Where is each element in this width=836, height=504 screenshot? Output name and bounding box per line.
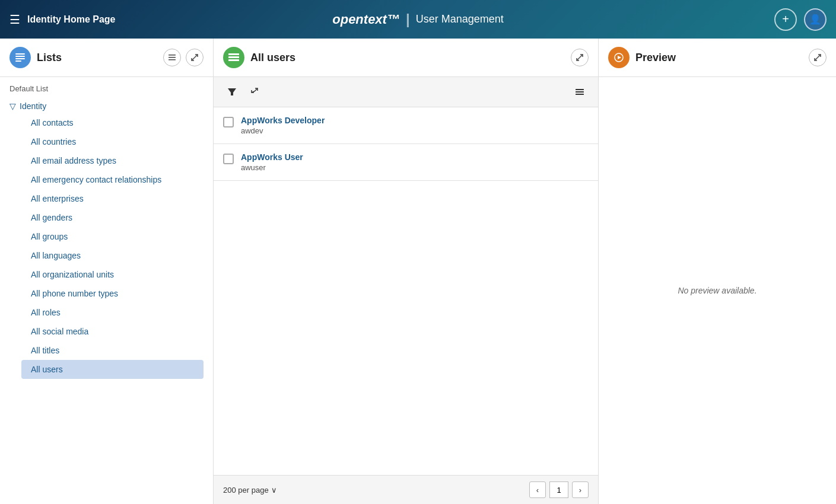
row-checkbox[interactable] [223,117,234,127]
svg-rect-11 [228,59,239,61]
table-row[interactable]: AppWorks Userawuser [214,144,598,181]
all-users-icon [223,47,244,68]
svg-rect-0 [15,53,25,55]
sidebar-nav-item[interactable]: All email address types [21,151,204,170]
per-page-label: 200 per page [223,486,269,495]
sidebar-nav-item[interactable]: All groups [21,227,204,246]
preview-panel: Preview No preview available. [599,39,836,504]
panel-toolbar [214,77,598,107]
header-actions: + 👤 [774,8,827,31]
svg-rect-9 [228,53,239,55]
svg-rect-1 [15,56,25,57]
user-display-name: AppWorks Developer [241,116,325,125]
current-page: 1 [549,481,568,498]
svg-rect-19 [576,94,584,95]
app-header: ☰ Identity Home Page opentext™ | User Ma… [0,0,836,39]
user-profile-button[interactable]: 👤 [804,8,827,31]
middle-panel-header: All users [214,39,598,77]
pagination-controls: ‹ 1 › [529,481,589,498]
identity-toggle[interactable]: ▽ Identity [9,99,204,113]
more-options-button[interactable] [571,83,589,101]
triangle-icon: ▽ [9,101,16,111]
next-page-button[interactable]: › [572,481,589,498]
sidebar-nav-item[interactable]: All social media [21,322,204,341]
svg-rect-3 [15,60,21,62]
brand-name: opentext™ [332,12,400,27]
identity-section: ▽ Identity All contactsAll countriesAll … [0,95,213,382]
svg-rect-2 [15,58,25,59]
middle-panel: All users [214,39,599,504]
hamburger-menu-icon[interactable]: ☰ [9,12,20,27]
svg-marker-14 [228,88,236,95]
export-button[interactable] [246,83,263,101]
preview-content: No preview available. [599,77,836,504]
lists-icon [9,47,31,68]
sidebar-nav-item[interactable]: All emergency contact relationships [21,170,204,189]
sidebar-menu-button[interactable] [163,49,181,66]
svg-rect-6 [169,59,176,60]
svg-rect-18 [576,91,584,92]
main-layout: Lists [0,39,836,504]
preview-expand-button[interactable] [809,49,827,66]
svg-marker-21 [618,56,621,59]
sidebar-nav-item[interactable]: All countries [21,132,204,151]
user-username: awuser [241,163,303,172]
users-list: AppWorks DeveloperawdevAppWorks Userawus… [214,107,598,475]
sidebar-nav-item[interactable]: All enterprises [21,189,204,208]
sidebar-title: Lists [37,52,163,64]
sidebar-nav-item[interactable]: All titles [21,341,204,360]
svg-rect-5 [169,57,176,58]
table-row[interactable]: AppWorks Developerawdev [214,107,598,144]
nav-items-list: All contactsAll countriesAll email addre… [9,113,204,379]
panel-footer: 200 per page ∨ ‹ 1 › [214,475,598,504]
sidebar-nav-item[interactable]: All organizational units [21,265,204,284]
sidebar-content: Default List ▽ Identity All contactsAll … [0,77,213,504]
user-username: awdev [241,126,325,135]
sidebar: Lists [0,39,214,504]
filter-button[interactable] [223,83,241,101]
middle-expand-button[interactable] [571,49,589,66]
per-page-arrow-icon: ∨ [271,486,277,495]
product-name: User Management [416,13,504,25]
prev-page-button[interactable]: ‹ [529,481,546,498]
header-logo: opentext™ | User Management [332,11,503,28]
svg-rect-10 [228,56,239,58]
user-display-name: AppWorks User [241,152,303,162]
svg-rect-17 [576,89,584,90]
header-title: Identity Home Page [27,14,115,25]
sidebar-header-actions [163,49,204,66]
sidebar-nav-item[interactable]: All roles [21,303,204,322]
sidebar-nav-item[interactable]: All languages [21,246,204,265]
middle-panel-title: All users [250,52,571,64]
sidebar-nav-item[interactable]: All genders [21,208,204,227]
sidebar-nav-item[interactable]: All phone number types [21,284,204,303]
logo-divider: | [406,11,410,28]
sidebar-expand-button[interactable] [186,49,204,66]
sidebar-nav-item[interactable]: All contacts [21,113,204,132]
sidebar-nav-item[interactable]: All users [21,360,204,379]
preview-title: Preview [635,52,809,64]
identity-label: Identity [20,101,46,111]
row-checkbox[interactable] [223,154,234,164]
default-list-label: Default List [0,77,213,95]
preview-header: Preview [599,39,836,77]
svg-rect-4 [169,55,176,56]
per-page-selector[interactable]: 200 per page ∨ [223,486,277,495]
sidebar-header: Lists [0,39,213,77]
no-preview-text: No preview available. [678,286,756,295]
add-button[interactable]: + [774,8,797,31]
preview-icon [608,47,630,68]
